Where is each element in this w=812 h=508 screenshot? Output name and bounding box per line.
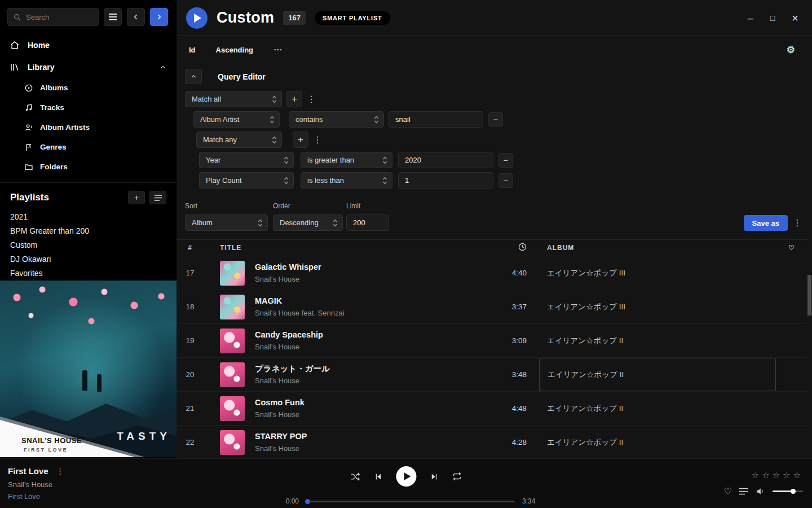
rule-value-input[interactable] bbox=[398, 172, 493, 189]
menu-button[interactable] bbox=[104, 8, 122, 26]
sort-direction-button[interactable]: Ascending bbox=[216, 46, 253, 54]
playlist-options-button[interactable] bbox=[149, 191, 166, 204]
group-options-button[interactable]: ⋮ bbox=[313, 132, 322, 148]
add-rule-button[interactable]: + bbox=[286, 91, 302, 107]
volume-fill bbox=[773, 491, 793, 492]
rule-value-input[interactable] bbox=[389, 111, 483, 128]
sidebar-item-label: Genres bbox=[40, 143, 67, 151]
sidebar-item-genres[interactable]: Genres bbox=[0, 137, 176, 157]
playlist-item[interactable]: DJ Okawari bbox=[0, 252, 176, 266]
sidebar-item-album-artists[interactable]: Album Artists bbox=[0, 117, 176, 137]
sort-select[interactable]: Album bbox=[185, 214, 268, 231]
back-button[interactable] bbox=[127, 8, 145, 26]
now-playing-album[interactable]: First Love bbox=[8, 492, 64, 501]
rule-field-select[interactable]: Album Artist bbox=[193, 111, 280, 128]
track-row[interactable]: 19 Candy Spaceship Snail's House 3:09 エイ… bbox=[176, 324, 807, 358]
track-album: エイリアン☆ポップ II bbox=[539, 426, 776, 459]
elapsed-time: 0:00 bbox=[281, 497, 299, 505]
sidebar-item-home[interactable]: Home bbox=[0, 34, 176, 56]
add-rule-button[interactable]: + bbox=[293, 132, 308, 148]
maximize-button[interactable]: □ bbox=[770, 14, 775, 22]
playlist-item[interactable]: 2021 bbox=[0, 210, 176, 224]
previous-track-button[interactable] bbox=[374, 472, 383, 481]
select-arrows-icon bbox=[272, 95, 277, 104]
volume-slider[interactable] bbox=[773, 491, 803, 492]
repeat-button[interactable] bbox=[452, 471, 462, 481]
play-playlist-button[interactable] bbox=[186, 7, 208, 29]
track-duration: 4:28 bbox=[483, 438, 528, 446]
track-title: プラネット・ガール bbox=[255, 365, 330, 373]
sidebar-item-albums[interactable]: Albums bbox=[0, 78, 176, 98]
star-icon[interactable]: ☆ bbox=[783, 470, 793, 480]
rule-field-select[interactable]: Play Count bbox=[199, 172, 294, 189]
minimize-button[interactable]: – bbox=[748, 13, 753, 23]
chevron-up-icon[interactable] bbox=[159, 63, 167, 71]
playlist-item[interactable]: Favorites bbox=[0, 266, 176, 281]
remove-rule-button[interactable]: − bbox=[498, 153, 513, 168]
query-rule-row: Play Count is less than − bbox=[199, 172, 812, 189]
seek-handle[interactable] bbox=[305, 499, 310, 504]
match-mode-select[interactable]: Match all bbox=[185, 91, 282, 107]
favorite-button[interactable]: ♡ bbox=[724, 486, 732, 497]
sort-field-button[interactable]: Id bbox=[189, 46, 196, 54]
playlist-actions-button[interactable]: ⋮ bbox=[793, 214, 802, 231]
close-button[interactable]: × bbox=[792, 12, 798, 24]
track-album-focused-cell[interactable]: エイリアン☆ポップ II bbox=[539, 358, 776, 391]
column-title[interactable]: TITLE bbox=[204, 244, 483, 252]
playlist-header: Custom 167 SMART PLAYLIST – □ × bbox=[176, 0, 812, 36]
column-album[interactable]: ALBUM bbox=[539, 244, 776, 252]
column-index[interactable]: # bbox=[176, 244, 204, 252]
group-options-button[interactable]: ⋮ bbox=[307, 91, 316, 107]
search-input[interactable] bbox=[26, 13, 93, 21]
now-playing-artist[interactable]: Snail's House bbox=[8, 480, 64, 489]
shuffle-button[interactable] bbox=[350, 471, 361, 482]
sort-toolbar: Id Ascending ⋯ ⚙ bbox=[176, 36, 812, 63]
order-select[interactable]: Descending bbox=[273, 214, 343, 231]
track-row[interactable]: 21 Cosmo Funk Snail's House 4:48 エイリアン☆ポ… bbox=[176, 392, 807, 426]
star-icon[interactable]: ☆ bbox=[752, 470, 762, 480]
track-row[interactable]: 18 MAGIK Snail's House feat. Sennzai 3:3… bbox=[176, 290, 807, 324]
limit-input[interactable] bbox=[346, 214, 389, 231]
favorite-heart-icon[interactable]: ♡ bbox=[776, 244, 807, 252]
playlist-item[interactable]: BPM Greater than 200 bbox=[0, 224, 176, 238]
next-track-button[interactable] bbox=[430, 472, 439, 481]
total-time: 3:34 bbox=[522, 497, 540, 505]
duration-clock-icon[interactable] bbox=[483, 243, 528, 253]
star-icon[interactable]: ☆ bbox=[793, 470, 804, 480]
remove-rule-button[interactable]: − bbox=[488, 112, 503, 127]
rule-value-input[interactable] bbox=[398, 152, 493, 168]
collapse-query-editor-button[interactable] bbox=[185, 69, 202, 84]
star-icon[interactable]: ☆ bbox=[762, 470, 772, 480]
rule-operator-select[interactable]: contains bbox=[289, 111, 384, 128]
match-mode-select[interactable]: Match any bbox=[196, 132, 282, 148]
forward-button[interactable] bbox=[150, 8, 168, 26]
sidebar-item-tracks[interactable]: Tracks bbox=[0, 98, 176, 117]
rule-field-select[interactable]: Year bbox=[199, 152, 294, 168]
track-row[interactable]: 17 Galactic Whisper Snail's House 4:40 エ… bbox=[176, 256, 807, 290]
seek-bar[interactable] bbox=[306, 501, 515, 502]
sidebar-item-folders[interactable]: Folders bbox=[0, 157, 176, 177]
volume-handle[interactable] bbox=[791, 489, 796, 494]
play-icon bbox=[194, 14, 201, 23]
volume-icon[interactable] bbox=[756, 487, 765, 496]
now-playing-menu-button[interactable]: ⋮ bbox=[56, 467, 64, 476]
now-playing-cover-art[interactable]: SNAIL'S HOUSE FIRST LOVE TASTY bbox=[0, 281, 176, 457]
queue-button[interactable] bbox=[739, 488, 748, 495]
progress-section: 0:00 3:34 bbox=[281, 497, 540, 505]
save-as-button[interactable]: Save as bbox=[744, 215, 788, 231]
add-playlist-button[interactable]: + bbox=[128, 191, 145, 204]
play-pause-button[interactable] bbox=[396, 466, 417, 487]
star-icon[interactable]: ☆ bbox=[773, 470, 783, 480]
rule-operator-select[interactable]: is less than bbox=[301, 172, 392, 189]
scrollbar-thumb[interactable] bbox=[807, 275, 811, 316]
rating-stars[interactable]: ☆☆☆☆☆ bbox=[752, 470, 804, 480]
track-row[interactable]: 22 STARRY POP Snail's House 4:28 エイリアン☆ポ… bbox=[176, 426, 807, 459]
more-options-icon[interactable]: ⋯ bbox=[273, 45, 283, 55]
remove-rule-button[interactable]: − bbox=[498, 173, 513, 188]
search-box[interactable] bbox=[7, 8, 99, 26]
sidebar-item-library[interactable]: Library bbox=[0, 56, 176, 78]
settings-gear-icon[interactable]: ⚙ bbox=[787, 44, 800, 56]
track-row[interactable]: 20 プラネット・ガール Snail's House 3:48 エイリアン☆ポッ… bbox=[176, 358, 807, 392]
playlist-item[interactable]: Custom bbox=[0, 238, 176, 252]
rule-operator-select[interactable]: is greater than bbox=[301, 152, 392, 168]
